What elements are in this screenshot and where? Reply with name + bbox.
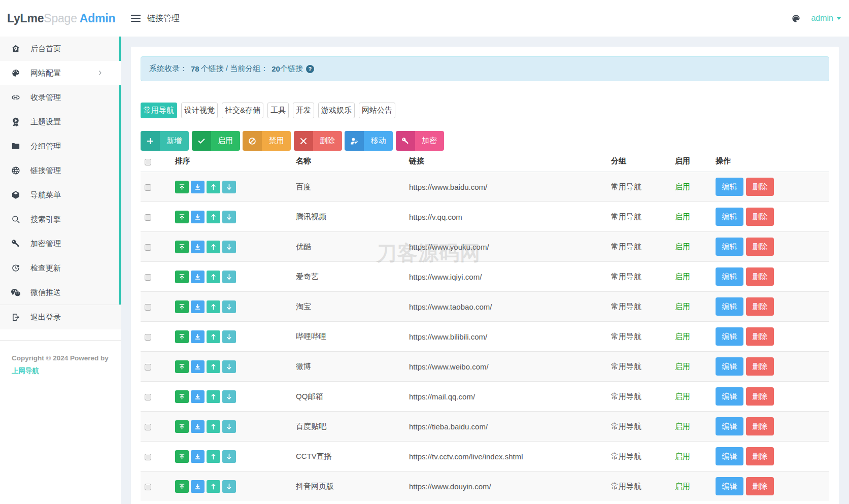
sort-move-down-button[interactable] [222,300,236,313]
delete-button[interactable]: 删除 [746,327,774,346]
sort-move-down-button[interactable] [222,390,236,403]
row-checkbox[interactable] [145,364,151,371]
delete-button[interactable]: 删除 [746,357,774,376]
sidebar-item-后台首页[interactable]: 后台首页 [0,37,121,61]
sort-move-bottom-button[interactable] [191,330,205,343]
sort-move-down-button[interactable] [222,360,236,373]
action-button-禁用[interactable]: 禁用 [243,131,291,151]
edit-button[interactable]: 编辑 [716,417,743,435]
sort-move-top-button[interactable] [175,390,189,403]
user-dropdown[interactable]: admin [811,14,841,23]
delete-button[interactable]: 删除 [746,208,774,226]
sidebar-item-微信推送[interactable]: 微信推送 [0,280,121,305]
edit-button[interactable]: 编辑 [716,447,743,465]
tab-网站公告[interactable]: 网站公告 [359,103,395,118]
row-checkbox[interactable] [145,244,151,251]
hamburger-menu-icon[interactable] [131,15,141,22]
sort-move-bottom-button[interactable] [191,181,205,193]
row-checkbox[interactable] [145,334,151,341]
edit-button[interactable]: 编辑 [716,477,743,495]
sidebar-item-导航菜单[interactable]: 导航菜单 [0,183,121,207]
edit-button[interactable]: 编辑 [716,297,743,316]
sort-move-bottom-button[interactable] [191,241,205,253]
theme-palette-icon[interactable] [791,14,801,23]
help-question-icon[interactable]: ? [306,65,314,73]
sidebar-item-网站配置[interactable]: 网站配置 [0,61,121,85]
sort-move-top-button[interactable] [175,181,189,193]
sort-move-top-button[interactable] [175,480,189,493]
sort-move-up-button[interactable] [207,241,220,253]
sort-move-down-button[interactable] [222,450,236,463]
delete-button[interactable]: 删除 [746,297,774,316]
sidebar-item-主题设置[interactable]: 主题设置 [0,110,121,134]
sort-move-up-button[interactable] [207,211,220,223]
action-button-启用[interactable]: 启用 [192,131,240,151]
sort-move-down-button[interactable] [222,241,236,253]
sort-move-up-button[interactable] [207,480,220,493]
edit-button[interactable]: 编辑 [716,357,743,376]
tab-开发[interactable]: 开发 [293,103,314,118]
sort-move-top-button[interactable] [175,420,189,433]
edit-button[interactable]: 编辑 [716,387,743,406]
tab-常用导航[interactable]: 常用导航 [141,103,177,118]
sidebar-item-链接管理[interactable]: 链接管理 [0,158,121,183]
edit-button[interactable]: 编辑 [716,327,743,346]
sort-move-top-button[interactable] [175,241,189,253]
row-checkbox[interactable] [145,394,151,400]
sort-move-bottom-button[interactable] [191,480,205,493]
action-button-新增[interactable]: 新增 [141,131,189,151]
sort-move-up-button[interactable] [207,360,220,373]
edit-button[interactable]: 编辑 [716,208,743,226]
row-checkbox[interactable] [145,454,151,460]
sort-move-bottom-button[interactable] [191,420,205,433]
row-checkbox[interactable] [145,274,151,281]
sidebar-item-logout[interactable]: 退出登录 [0,305,121,329]
edit-button[interactable]: 编辑 [716,178,743,196]
sort-move-bottom-button[interactable] [191,211,205,223]
select-all-checkbox[interactable] [145,159,151,165]
sort-move-top-button[interactable] [175,330,189,343]
sort-move-bottom-button[interactable] [191,271,205,283]
row-checkbox[interactable] [145,184,151,191]
sort-move-top-button[interactable] [175,300,189,313]
sidebar-item-加密管理[interactable]: 加密管理 [0,231,121,256]
sort-move-bottom-button[interactable] [191,450,205,463]
action-button-移动[interactable]: 移动 [345,131,393,151]
sort-move-top-button[interactable] [175,360,189,373]
sort-move-down-button[interactable] [222,480,236,493]
delete-button[interactable]: 删除 [746,447,774,465]
row-checkbox[interactable] [145,484,151,490]
sort-move-down-button[interactable] [222,271,236,283]
row-checkbox[interactable] [145,304,151,311]
row-checkbox[interactable] [145,214,151,221]
sort-move-bottom-button[interactable] [191,300,205,313]
action-button-加密[interactable]: 加密 [396,131,444,151]
sidebar-item-收录管理[interactable]: 收录管理 [0,85,121,110]
edit-button[interactable]: 编辑 [716,238,743,256]
sort-move-down-button[interactable] [222,330,236,343]
delete-button[interactable]: 删除 [746,178,774,196]
tab-设计视觉[interactable]: 设计视觉 [181,103,218,118]
sort-move-up-button[interactable] [207,181,220,193]
tab-游戏娱乐[interactable]: 游戏娱乐 [318,103,355,118]
sort-move-up-button[interactable] [207,420,220,433]
sidebar-item-搜索引擎[interactable]: 搜索引擎 [0,207,121,231]
sort-move-up-button[interactable] [207,300,220,313]
sort-move-up-button[interactable] [207,450,220,463]
sort-move-up-button[interactable] [207,330,220,343]
sort-move-bottom-button[interactable] [191,390,205,403]
sort-move-down-button[interactable] [222,420,236,433]
copyright-link[interactable]: 上网导航 [12,366,121,376]
sidebar-item-检查更新[interactable]: 检查更新 [0,256,121,280]
sort-move-top-button[interactable] [175,450,189,463]
sort-move-top-button[interactable] [175,271,189,283]
delete-button[interactable]: 删除 [746,477,774,495]
tab-社交&存储[interactable]: 社交&存储 [222,103,263,118]
edit-button[interactable]: 编辑 [716,267,743,286]
delete-button[interactable]: 删除 [746,417,774,435]
sort-move-top-button[interactable] [175,211,189,223]
sidebar-item-分组管理[interactable]: 分组管理 [0,134,121,158]
sort-move-bottom-button[interactable] [191,360,205,373]
row-checkbox[interactable] [145,424,151,430]
sort-move-down-button[interactable] [222,181,236,193]
